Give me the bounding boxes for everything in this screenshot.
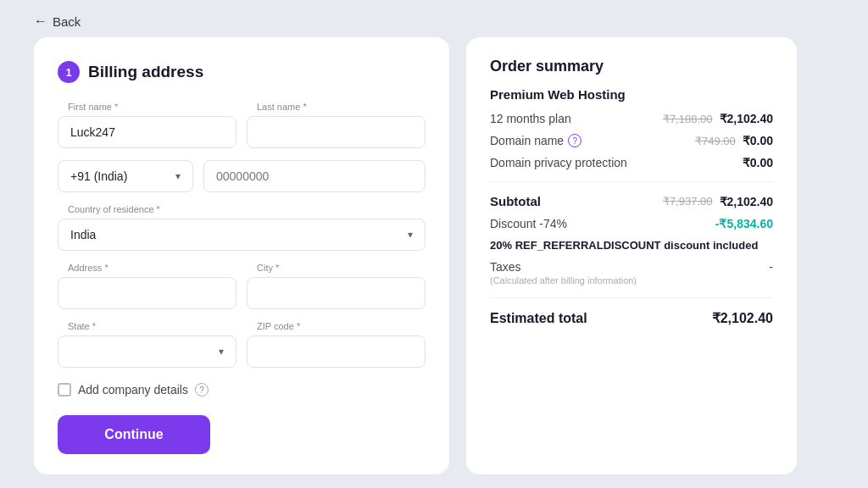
country-select[interactable]: India ▾: [58, 219, 426, 251]
estimated-row: Estimated total ₹2,102.40: [490, 297, 773, 326]
privacy-row: Domain privacy protection ₹0.00: [490, 156, 773, 169]
plan-row: 12 months plan ₹7,188.00 ₹2,102.40: [490, 112, 773, 125]
taxes-note: (Calculated after billing information): [490, 275, 773, 286]
privacy-final-price: ₹0.00: [743, 156, 773, 169]
company-checkbox[interactable]: [58, 383, 71, 396]
zip-label: ZIP code *: [247, 321, 426, 331]
address-group: Address *: [58, 263, 236, 309]
plan-label: 12 months plan: [490, 112, 571, 125]
city-group: City *: [247, 263, 426, 309]
first-name-input[interactable]: [58, 116, 236, 148]
estimated-price: ₹2,102.40: [712, 310, 773, 326]
country-value: India: [70, 228, 96, 241]
zip-input[interactable]: [247, 336, 426, 368]
first-name-group: First name *: [58, 102, 236, 148]
domain-final-price: ₹0.00: [743, 134, 773, 147]
billing-address-panel: 1 Billing address First name * Last name…: [34, 37, 449, 474]
domain-original-price: ₹749.00: [695, 135, 736, 147]
subtotal-row: Subtotal ₹7,937.00 ₹2,102.40: [490, 194, 773, 208]
state-zip-row: State * ▾ ZIP code *: [58, 321, 426, 368]
order-summary-panel: Order summary Premium Web Hosting 12 mon…: [466, 37, 797, 474]
state-label: State *: [58, 321, 236, 331]
company-row: Add company details ?: [58, 383, 426, 396]
discount-row: Discount -74% -₹5,834.60: [490, 217, 773, 230]
taxes-row: Taxes -: [490, 260, 773, 274]
city-label: City *: [247, 263, 426, 273]
plan-original-price: ₹7,188.00: [663, 113, 713, 125]
panel-title: Billing address: [88, 63, 203, 81]
domain-price-group: ₹749.00 ₹0.00: [695, 134, 773, 147]
state-select[interactable]: ▾: [58, 336, 236, 368]
subtotal-price-group: ₹7,937.00 ₹2,102.40: [663, 194, 773, 208]
phone-row: +91 (India) ▾: [58, 160, 426, 192]
country-group: Country of residence * India ▾: [58, 204, 426, 251]
state-group: State * ▾: [58, 321, 236, 368]
company-help-icon[interactable]: ?: [195, 383, 209, 396]
referral-text: 20% REF_REFERRALDISCOUNT discount includ…: [490, 239, 773, 252]
subtotal-label: Subtotal: [490, 194, 541, 208]
discount-amount: -₹5,834.60: [715, 217, 773, 230]
city-input[interactable]: [247, 277, 426, 309]
back-label: Back: [53, 14, 81, 29]
company-label: Add company details: [78, 383, 188, 396]
estimated-label: Estimated total: [490, 311, 587, 326]
step-badge: 1: [58, 61, 80, 83]
zip-group: ZIP code *: [247, 321, 426, 368]
last-name-input[interactable]: [247, 116, 426, 148]
domain-row: Domain name ? ₹749.00 ₹0.00: [490, 134, 773, 147]
back-arrow-icon: ←: [34, 14, 47, 29]
phone-number-input[interactable]: [203, 160, 426, 192]
taxes-label: Taxes: [490, 260, 521, 274]
phone-code-value: +91 (India): [70, 169, 127, 183]
first-name-label: First name *: [58, 102, 236, 112]
address-label: Address *: [58, 263, 236, 273]
state-chevron-icon: ▾: [219, 346, 224, 358]
domain-help-icon[interactable]: ?: [568, 134, 581, 147]
subtotal-final-price: ₹2,102.40: [720, 195, 774, 208]
order-title: Order summary: [490, 58, 773, 75]
name-row: First name * Last name *: [58, 102, 426, 148]
taxes-dash: -: [769, 260, 773, 274]
continue-button[interactable]: Continue: [58, 415, 210, 454]
domain-label: Domain name: [490, 134, 564, 147]
phone-chevron-icon: ▾: [175, 170, 181, 182]
subtotal-original-price: ₹7,937.00: [663, 195, 713, 208]
privacy-label: Domain privacy protection: [490, 156, 627, 169]
last-name-group: Last name *: [247, 102, 426, 148]
plan-price-group: ₹7,188.00 ₹2,102.40: [663, 112, 773, 125]
last-name-label: Last name *: [247, 102, 426, 112]
country-label: Country of residence *: [58, 204, 426, 214]
panel-header: 1 Billing address: [58, 61, 426, 83]
divider-1: [490, 181, 773, 182]
plan-final-price: ₹2,102.40: [720, 112, 774, 125]
domain-label-group: Domain name ?: [490, 134, 581, 147]
phone-code-select[interactable]: +91 (India) ▾: [58, 160, 193, 192]
country-chevron-icon: ▾: [408, 229, 413, 241]
address-city-row: Address * City *: [58, 263, 426, 309]
back-button[interactable]: ← Back: [34, 14, 81, 29]
product-name: Premium Web Hosting: [490, 87, 773, 102]
address-input[interactable]: [58, 277, 236, 309]
discount-label: Discount -74%: [490, 217, 567, 230]
